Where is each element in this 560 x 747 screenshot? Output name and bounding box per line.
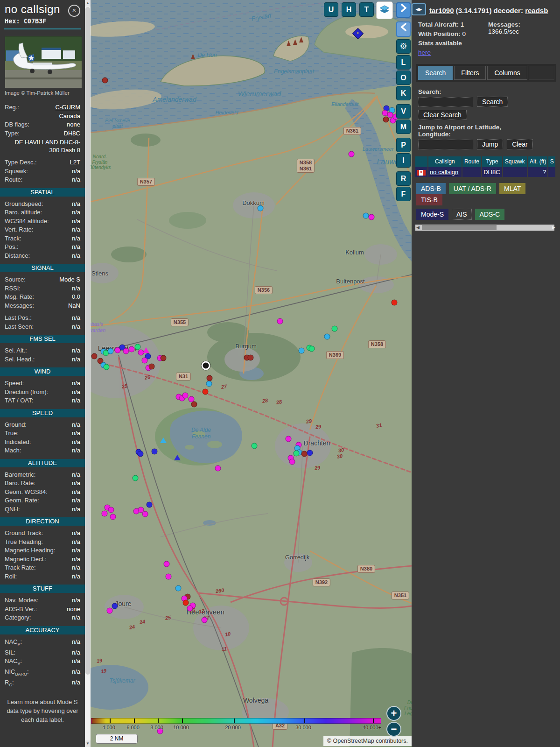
aircraft-dot[interactable] xyxy=(104,364,110,370)
tab-columns[interactable]: Columns xyxy=(487,66,527,80)
sidebar-scrollbar[interactable]: ▲ ▼ xyxy=(85,0,91,747)
tab-search[interactable]: Search xyxy=(418,66,453,80)
aircraft-dot[interactable] xyxy=(301,451,308,457)
aircraft-triangle-marker[interactable] xyxy=(143,347,149,353)
table-header-flag[interactable] xyxy=(415,156,427,167)
aircraft-dot[interactable] xyxy=(135,344,141,350)
aircraft-dot[interactable] xyxy=(307,450,313,456)
aircraft-dot[interactable] xyxy=(277,318,283,324)
settings-button[interactable]: ⚙ xyxy=(396,39,411,54)
aircraft-dot[interactable] xyxy=(215,465,221,472)
aircraft-dot[interactable] xyxy=(206,381,212,387)
jump-button[interactable]: Jump xyxy=(477,139,503,149)
aircraft-dot[interactable] xyxy=(349,151,355,157)
scroll-right-icon[interactable]: ▶ xyxy=(552,225,555,231)
table-header-Type[interactable]: Type xyxy=(482,156,502,167)
aircraft-dot[interactable] xyxy=(252,443,258,449)
aircraft-dot[interactable] xyxy=(286,436,292,442)
source-chip-mlat[interactable]: MLAT xyxy=(499,183,525,194)
map-button-u[interactable]: U xyxy=(324,2,338,17)
tab-filters[interactable]: Filters xyxy=(454,66,486,80)
scroll-up-icon[interactable]: ▲ xyxy=(85,0,91,7)
aircraft-dot[interactable] xyxy=(324,334,330,340)
source-chip-ais[interactable]: AIS xyxy=(452,209,472,220)
panel-expand-button[interactable] xyxy=(396,2,411,18)
zoom-in-button[interactable]: + xyxy=(386,706,401,721)
aircraft-dot[interactable] xyxy=(183,600,189,606)
map-button-r[interactable]: R xyxy=(396,171,411,186)
aircraft-dot[interactable] xyxy=(107,608,113,614)
callsign-cell[interactable]: no callsign xyxy=(428,167,462,177)
aircraft-photo[interactable] xyxy=(5,36,82,88)
zoom-out-button[interactable]: − xyxy=(386,722,401,737)
aircraft-dot[interactable] xyxy=(147,502,153,508)
aircraft-dot[interactable] xyxy=(133,475,139,481)
aircraft-dot[interactable] xyxy=(248,355,254,361)
readsb-link[interactable]: readsb xyxy=(525,7,548,14)
aircraft-dot[interactable] xyxy=(129,346,135,352)
aircraft-dot[interactable] xyxy=(202,617,208,623)
source-chip-uat-ads-r[interactable]: UAT / ADS-R xyxy=(449,183,496,194)
map-button-o[interactable]: O xyxy=(396,70,411,85)
map-button-t[interactable]: T xyxy=(359,2,374,17)
table-header-Alt. (ft)[interactable]: Alt. (ft) xyxy=(528,156,548,167)
table-header-Squawk[interactable]: Squawk xyxy=(503,156,527,167)
aircraft-dot[interactable] xyxy=(182,393,189,399)
map[interactable]: U H T ⚙ LOKVMPIRF FryslânDe HônEngelsman… xyxy=(91,0,412,747)
aircraft-dot[interactable] xyxy=(164,561,170,567)
data-value[interactable]: C-GURM xyxy=(56,103,80,112)
aircraft-dot[interactable] xyxy=(299,348,305,354)
aircraft-dot[interactable] xyxy=(102,78,108,84)
map-button-v[interactable]: V xyxy=(396,104,411,119)
search-input[interactable] xyxy=(418,97,473,107)
aircraft-dot[interactable] xyxy=(142,358,148,364)
aircraft-dot[interactable] xyxy=(102,511,108,517)
jump-clear-button[interactable]: Clear xyxy=(507,139,532,149)
aircraft-dot[interactable] xyxy=(138,451,144,457)
jump-input[interactable] xyxy=(418,140,473,149)
aircraft-dot[interactable] xyxy=(108,348,114,354)
aircraft-dot[interactable] xyxy=(149,364,155,370)
aircraft-dot[interactable] xyxy=(175,585,182,592)
source-chip-mode-s[interactable]: Mode-S xyxy=(416,209,448,220)
aircraft-dot[interactable] xyxy=(166,574,172,580)
scroll-left-icon[interactable]: ◀ xyxy=(416,225,420,231)
aircraft-dot[interactable] xyxy=(383,117,389,123)
aircraft-dot[interactable] xyxy=(110,514,116,520)
stats-link[interactable]: here xyxy=(418,49,431,56)
hscroll-thumb[interactable] xyxy=(422,225,497,230)
map-button-h[interactable]: H xyxy=(342,2,356,17)
aircraft-dot[interactable] xyxy=(332,326,338,332)
aircraft-dot[interactable] xyxy=(392,300,398,306)
source-chip-ads-b[interactable]: ADS-B xyxy=(416,183,446,194)
aircraft-dot[interactable] xyxy=(289,459,295,465)
close-icon[interactable]: × xyxy=(68,5,80,17)
map-button-i[interactable]: I xyxy=(396,153,411,168)
clear-search-button[interactable]: Clear Search xyxy=(418,110,467,120)
table-horizontal-scrollbar[interactable]: ◀ ▶ xyxy=(415,225,554,231)
aircraft-dot[interactable] xyxy=(207,375,213,381)
aircraft-dot[interactable] xyxy=(258,205,264,211)
table-header-S[interactable]: S xyxy=(548,156,555,167)
aircraft-dot[interactable] xyxy=(152,449,158,455)
selected-aircraft-marker[interactable] xyxy=(202,361,210,370)
table-header-Route[interactable]: Route xyxy=(462,156,482,167)
search-button[interactable]: Search xyxy=(477,97,508,107)
layers-button[interactable] xyxy=(376,1,393,19)
aircraft-dot[interactable] xyxy=(91,353,98,359)
aircraft-dot[interactable] xyxy=(191,402,197,408)
map-button-l[interactable]: L xyxy=(396,55,411,70)
source-chip-tis-b[interactable]: TIS-B xyxy=(416,194,442,205)
aircraft-dot[interactable] xyxy=(294,451,300,457)
osm-link[interactable]: OpenStreetMap xyxy=(333,738,374,744)
source-chip-ads-c[interactable]: ADS-C xyxy=(475,209,505,220)
aircraft-dot[interactable] xyxy=(309,346,315,352)
table-header-Callsign[interactable]: Callsign xyxy=(428,156,462,167)
panel-toggle-button[interactable]: ◀▶ xyxy=(412,3,426,15)
tar1090-link[interactable]: tar1090 xyxy=(429,7,454,14)
aircraft-dot[interactable] xyxy=(161,355,167,361)
aircraft-triangle-marker[interactable] xyxy=(160,437,167,443)
aircraft-dot[interactable] xyxy=(112,603,118,609)
table-row[interactable]: no callsignDH8C? xyxy=(415,167,555,177)
scrollbar-thumb[interactable] xyxy=(85,7,90,675)
